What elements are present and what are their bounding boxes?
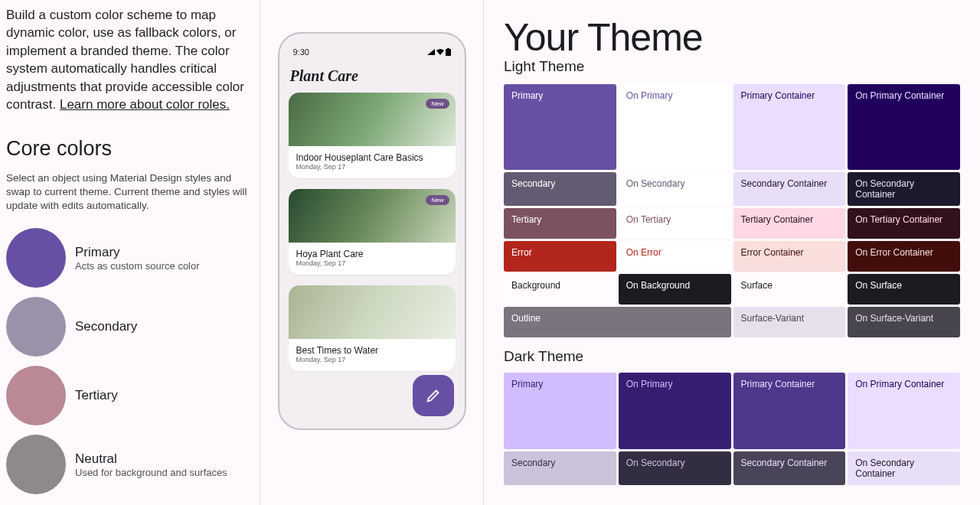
color-role-cell[interactable]: On Primary: [619, 373, 731, 449]
color-role-cell[interactable]: On Tertiary Container: [848, 208, 960, 239]
color-role-cell[interactable]: Secondary Container: [733, 451, 846, 485]
swatch-text: NeutralUsed for background and surfaces: [75, 451, 227, 478]
swatch-label: Tertiary: [75, 388, 118, 403]
color-role-cell[interactable]: On Primary Container: [848, 84, 960, 170]
signal-icon: [427, 49, 435, 55]
intro-body: Build a custom color scheme to map dynam…: [6, 8, 244, 112]
phone-card[interactable]: Best Times to WaterMonday, Sep 17: [289, 285, 456, 371]
left-panel: Build a custom color scheme to map dynam…: [0, 0, 260, 505]
new-badge: New: [426, 195, 449, 205]
color-role-cell[interactable]: On Secondary: [619, 172, 731, 206]
swatch-text: PrimaryActs as custom source color: [75, 245, 200, 272]
swatch-circle: [6, 228, 66, 288]
color-role-cell[interactable]: Secondary: [504, 451, 616, 485]
color-role-cell[interactable]: Primary: [504, 84, 616, 170]
color-role-cell[interactable]: On Secondary: [619, 451, 731, 485]
phone-app-title: Plant Care: [290, 67, 454, 85]
card-date: Monday, Sep 17: [296, 356, 448, 363]
phone-statusbar: 9:30: [289, 41, 456, 60]
color-role-cell[interactable]: Outline: [504, 307, 731, 337]
card-title: Hoya Plant Care: [296, 249, 448, 259]
card-body: Indoor Houseplant Care BasicsMonday, Sep…: [289, 146, 456, 178]
color-role-cell[interactable]: Background: [504, 274, 616, 305]
card-title: Best Times to Water: [296, 345, 448, 356]
swatch-label: Secondary: [75, 319, 137, 334]
core-swatch-secondary[interactable]: Secondary: [6, 297, 249, 357]
core-colors-subtitle: Select an object using Material Design s…: [6, 171, 249, 213]
pencil-icon: [425, 387, 442, 404]
swatch-label: Neutral: [75, 451, 227, 467]
color-role-cell[interactable]: On Primary: [619, 84, 731, 170]
phone-card-list: NewIndoor Houseplant Care BasicsMonday, …: [289, 93, 456, 371]
swatch-circle: [6, 366, 66, 425]
color-role-cell[interactable]: Tertiary: [504, 208, 616, 239]
battery-icon: [446, 48, 451, 56]
swatch-circle: [6, 435, 66, 494]
light-theme-label: Light Theme: [504, 58, 960, 75]
card-image: [289, 285, 456, 339]
core-swatch-tertiary[interactable]: Tertiary: [6, 366, 249, 425]
color-role-cell[interactable]: On Secondary Container: [848, 172, 960, 206]
card-image: New: [289, 93, 456, 146]
color-role-cell[interactable]: Surface-Variant: [733, 307, 846, 337]
svg-rect-1: [447, 48, 449, 49]
color-role-cell[interactable]: Primary: [504, 373, 616, 449]
card-image: New: [289, 189, 456, 243]
svg-rect-0: [446, 49, 451, 56]
core-swatch-list: PrimaryActs as custom source colorSecond…: [6, 228, 249, 494]
light-theme-grid: PrimaryOn PrimaryPrimary ContainerOn Pri…: [504, 84, 960, 337]
wifi-icon: [436, 49, 444, 55]
core-swatch-primary[interactable]: PrimaryActs as custom source color: [6, 228, 249, 288]
swatch-circle: [6, 297, 66, 357]
new-badge: New: [426, 99, 449, 109]
color-role-cell[interactable]: Error: [504, 241, 616, 272]
card-body: Best Times to WaterMonday, Sep 17: [289, 339, 456, 371]
color-role-cell[interactable]: On Surface: [848, 274, 960, 305]
theme-title: Your Theme: [504, 15, 960, 60]
color-role-cell[interactable]: Secondary: [504, 172, 616, 206]
card-date: Monday, Sep 17: [296, 259, 448, 267]
swatch-desc: Acts as custom source color: [75, 260, 200, 272]
core-swatch-neutral[interactable]: NeutralUsed for background and surfaces: [6, 435, 249, 494]
phone-card[interactable]: NewHoya Plant CareMonday, Sep 17: [289, 189, 456, 275]
card-body: Hoya Plant CareMonday, Sep 17: [289, 243, 456, 275]
color-role-cell[interactable]: Secondary Container: [733, 172, 846, 206]
phone-mockup: 9:30 Plant Care NewIndoor Houseplant Car…: [278, 32, 466, 430]
swatch-label: Primary: [75, 245, 200, 260]
color-role-cell[interactable]: Primary Container: [733, 373, 846, 449]
color-role-cell[interactable]: Primary Container: [733, 84, 846, 170]
card-title: Indoor Houseplant Care Basics: [296, 152, 448, 163]
statusbar-time: 9:30: [293, 47, 309, 57]
card-date: Monday, Sep 17: [296, 163, 448, 171]
color-role-cell[interactable]: On Error Container: [848, 241, 960, 272]
fab-compose[interactable]: [413, 375, 454, 416]
theme-panel: Your Theme Light Theme PrimaryOn Primary…: [484, 0, 980, 505]
color-role-cell[interactable]: On Tertiary: [619, 208, 731, 239]
color-role-cell[interactable]: On Secondary Container: [848, 451, 960, 485]
color-role-cell[interactable]: Surface: [733, 274, 846, 305]
phone-card[interactable]: NewIndoor Houseplant Care BasicsMonday, …: [289, 93, 456, 178]
color-role-cell[interactable]: Error Container: [733, 241, 846, 272]
color-role-cell[interactable]: On Surface-Variant: [848, 307, 960, 337]
color-role-cell[interactable]: Tertiary Container: [733, 208, 846, 239]
swatch-text: Secondary: [75, 319, 137, 334]
preview-panel: 9:30 Plant Care NewIndoor Houseplant Car…: [260, 0, 484, 505]
core-colors-heading: Core colors: [6, 137, 249, 161]
learn-more-link[interactable]: Learn more about color roles.: [60, 97, 230, 112]
swatch-desc: Used for background and surfaces: [75, 467, 227, 478]
color-role-cell[interactable]: On Error: [619, 241, 731, 272]
statusbar-icons: [427, 47, 451, 57]
intro-text: Build a custom color scheme to map dynam…: [6, 6, 249, 114]
swatch-text: Tertiary: [75, 388, 118, 403]
color-role-cell[interactable]: On Primary Container: [848, 373, 960, 449]
dark-theme-label: Dark Theme: [504, 348, 960, 365]
dark-theme-grid: PrimaryOn PrimaryPrimary ContainerOn Pri…: [504, 373, 960, 485]
color-role-cell[interactable]: On Background: [619, 274, 731, 305]
